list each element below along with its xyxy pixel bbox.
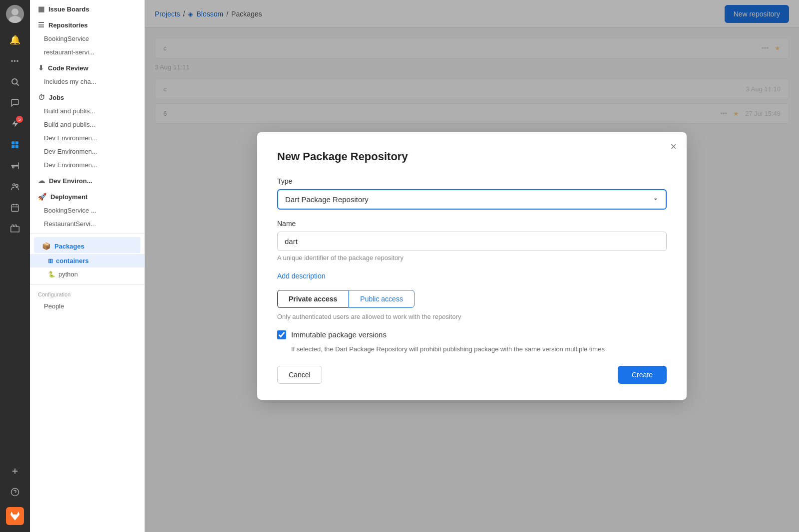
immutable-checkbox-row: Immutable package versions	[277, 330, 667, 339]
python-icon: 🐍	[48, 271, 55, 278]
nav-restaurant-svc[interactable]: RestaurantServi...	[30, 217, 144, 231]
flash-badge: 5	[16, 116, 23, 123]
svg-rect-6	[11, 141, 14, 144]
nav-divider	[30, 234, 144, 234]
nav-dev-env-3[interactable]: Dev Environmen...	[30, 158, 144, 172]
avatar[interactable]	[6, 5, 24, 23]
repositories-icon: ☰	[38, 21, 44, 29]
config-label: Configuration	[30, 287, 144, 299]
notifications-icon[interactable]: 🔔	[6, 31, 24, 49]
calendar-icon[interactable]	[6, 199, 24, 217]
modal-title: New Package Repository	[277, 150, 667, 163]
svg-line-4	[16, 83, 18, 85]
left-nav: ▦ Issue Boards ☰ Repositories BookingSer…	[30, 0, 145, 532]
public-access-button[interactable]: Public access	[349, 290, 414, 308]
nav-people[interactable]: People	[30, 299, 144, 313]
nav-code-review[interactable]: ⬇ Code Review	[30, 59, 144, 75]
cancel-button[interactable]: Cancel	[277, 366, 322, 384]
nav-restaurant-service[interactable]: restaurant-servi...	[30, 45, 144, 59]
name-hint: A unique identifier of the package repos…	[277, 254, 667, 262]
nav-build-publish-1[interactable]: Build and publis...	[30, 104, 144, 118]
access-toggle: Private access Public access	[277, 290, 667, 308]
puzzle-icon[interactable]	[6, 220, 24, 238]
issue-boards-icon: ▦	[38, 5, 44, 13]
packages-icon: 📦	[42, 242, 50, 250]
add-icon[interactable]	[6, 462, 24, 480]
nav-repositories[interactable]: ☰ Repositories	[30, 16, 144, 32]
svg-point-10	[13, 184, 15, 186]
deployment-icon: 🚀	[38, 193, 46, 201]
nav-jobs[interactable]: ⏱ Jobs	[30, 88, 144, 104]
megaphone-icon[interactable]	[6, 157, 24, 175]
name-label: Name	[277, 220, 667, 228]
svg-rect-8	[11, 145, 14, 148]
name-form-group: Name A unique identifier of the package …	[277, 220, 667, 262]
nav-deployment[interactable]: 🚀 Deployment	[30, 188, 144, 204]
dev-environ-icon: ☁	[38, 177, 45, 185]
nav-packages-containers[interactable]: ⊞ containers	[30, 254, 144, 267]
icon-sidebar: 🔔 ••• 5	[0, 0, 30, 532]
type-label: Type	[277, 177, 667, 185]
flash-icon[interactable]: 5	[6, 115, 24, 133]
immutable-checkbox[interactable]	[277, 330, 286, 339]
nav-issue-boards[interactable]: ▦ Issue Boards	[30, 0, 144, 16]
svg-point-11	[16, 185, 18, 187]
jobs-icon: ⏱	[38, 93, 45, 101]
modal-overlay: × New Package Repository Type Dart Packa…	[145, 0, 799, 532]
nav-packages[interactable]: 📦 Packages	[34, 237, 140, 253]
nav-build-publish-2[interactable]: Build and publis...	[30, 118, 144, 131]
nav-booking-svc[interactable]: BookingService ...	[30, 204, 144, 217]
gitlab-logo[interactable]	[6, 507, 24, 525]
nav-dev-env-2[interactable]: Dev Environmen...	[30, 145, 144, 158]
immutable-label[interactable]: Immutable package versions	[291, 330, 387, 339]
search-icon[interactable]	[6, 73, 24, 91]
blocks-icon[interactable]	[6, 136, 24, 154]
type-select[interactable]: Dart Package Repository Maven Package Re…	[277, 189, 667, 210]
svg-rect-9	[15, 145, 18, 148]
modal-footer: Cancel Create	[277, 366, 667, 384]
modal-close-button[interactable]: ×	[670, 140, 677, 153]
help-icon[interactable]	[6, 483, 24, 501]
nav-packages-python[interactable]: 🐍 python	[30, 267, 144, 281]
private-access-button[interactable]: Private access	[277, 290, 349, 308]
svg-point-3	[12, 79, 17, 84]
main-content: Projects / ◈ Blossom / Packages New repo…	[145, 0, 799, 532]
svg-rect-7	[15, 141, 18, 144]
chat-icon[interactable]	[6, 94, 24, 112]
more-icon[interactable]: •••	[6, 52, 24, 70]
containers-icon: ⊞	[48, 258, 53, 265]
new-package-repo-modal: × New Package Repository Type Dart Packa…	[257, 132, 687, 400]
nav-dev-env-1[interactable]: Dev Environmen...	[30, 131, 144, 145]
nav-booking-service[interactable]: BookingService	[30, 32, 144, 45]
nav-divider-2	[30, 284, 144, 284]
type-form-group: Type Dart Package Repository Maven Packa…	[277, 177, 667, 210]
name-input[interactable]	[277, 232, 667, 251]
svg-rect-12	[11, 205, 18, 212]
nav-dev-environ[interactable]: ☁ Dev Environ...	[30, 172, 144, 188]
access-description: Only authenticated users are allowed to …	[277, 313, 667, 320]
code-review-icon: ⬇	[38, 64, 44, 72]
people-icon[interactable]	[6, 178, 24, 196]
immutable-description: If selected, the Dart Package Repository…	[277, 344, 667, 354]
svg-point-1	[11, 8, 18, 15]
create-button[interactable]: Create	[618, 366, 667, 384]
nav-includes-my-char[interactable]: Includes my cha...	[30, 75, 144, 88]
add-description-link[interactable]: Add description	[277, 272, 326, 280]
